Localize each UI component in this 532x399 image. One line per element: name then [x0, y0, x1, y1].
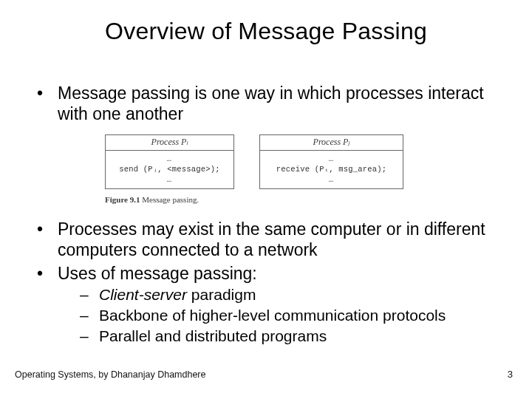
process-pj-box: Process Pⱼ … receive (Pᵢ, msg_area); …: [259, 134, 403, 189]
slide: Overview of Message Passing Message pass…: [0, 0, 532, 399]
bullet-2-text: Processes may exist in the same computer…: [58, 219, 485, 259]
process-pj-code: receive (Pᵢ, msg_area);: [262, 164, 401, 174]
sub-bullet-2: Backbone of higher-level communication p…: [58, 306, 510, 325]
page-title: Overview of Message Passing: [0, 18, 532, 45]
footer-left: Operating Systems, by Dhananjay Dhamdher…: [15, 369, 205, 380]
bullet-2: Processes may exist in the same computer…: [33, 219, 510, 260]
sub1-italic: Client-server: [99, 286, 187, 303]
ellipsis-icon: …: [262, 174, 401, 185]
figure-9-1: Process Pᵢ … send (Pⱼ, <message>); … Pro…: [105, 134, 415, 205]
sub-bullet-list: Client-server paradigm Backbone of highe…: [58, 285, 510, 347]
slide-body: Message passing is one way in which proc…: [33, 83, 510, 349]
bullet-1-text: Message passing is one way in which proc…: [58, 83, 484, 123]
figure-caption-rest: Message passing.: [140, 195, 199, 204]
figure-caption: Figure 9.1 Message passing.: [105, 195, 415, 205]
sub2-text: Backbone of higher-level communication p…: [99, 307, 446, 324]
bullet-list: Message passing is one way in which proc…: [33, 83, 510, 347]
sub-bullet-3: Parallel and distributed programs: [58, 327, 510, 346]
bullet-3: Uses of message passing: Client-server p…: [33, 263, 510, 347]
sub1-rest: paradigm: [187, 286, 256, 303]
sub3-text: Parallel and distributed programs: [99, 327, 327, 344]
page-number: 3: [508, 369, 513, 380]
ellipsis-icon: …: [107, 154, 232, 164]
process-pi-head: Process Pᵢ: [106, 135, 233, 151]
bullet-1: Message passing is one way in which proc…: [33, 83, 510, 205]
process-pi-code: send (Pⱼ, <message>);: [107, 164, 232, 174]
bullet-3-text: Uses of message passing:: [58, 264, 257, 283]
process-pi-box: Process Pᵢ … send (Pⱼ, <message>); …: [105, 134, 234, 189]
process-pj-head: Process Pⱼ: [260, 135, 403, 151]
process-pj-body: … receive (Pᵢ, msg_area); …: [260, 151, 403, 189]
ellipsis-icon: …: [107, 174, 232, 185]
process-pi-body: … send (Pⱼ, <message>); …: [106, 151, 233, 189]
figure-row: Process Pᵢ … send (Pⱼ, <message>); … Pro…: [105, 134, 415, 189]
figure-caption-bold: Figure 9.1: [105, 195, 140, 204]
ellipsis-icon: …: [262, 154, 401, 164]
sub-bullet-1: Client-server paradigm: [58, 285, 510, 304]
